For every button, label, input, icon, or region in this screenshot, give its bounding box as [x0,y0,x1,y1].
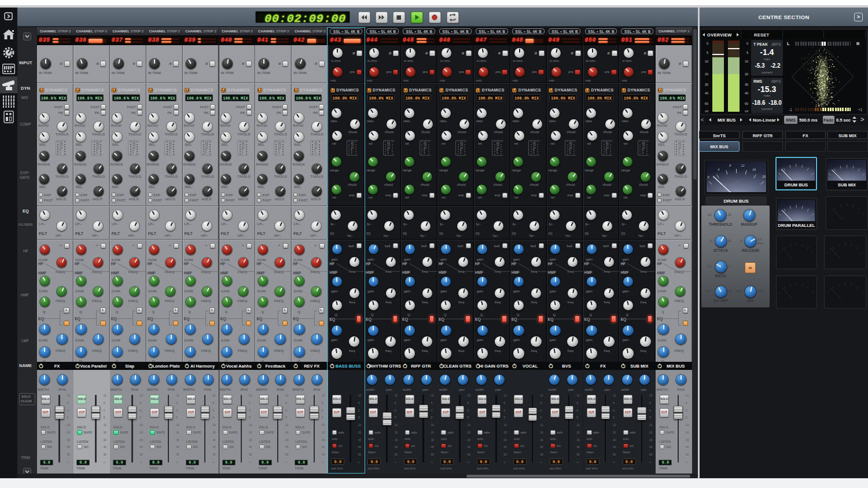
svg-text:dB COMPRESSION: dB COMPRESSION [788,215,805,217]
svg-text:dB COMPRESSION: dB COMPRESSION [723,183,750,186]
svg-text:0: 0 [707,175,709,178]
svg-text:dB: dB [796,171,798,174]
svg-text:20: 20 [762,174,766,178]
svg-text:dB: dB [796,212,799,214]
svg-text:dB: dB [735,179,739,182]
svg-text:dB COMPRESSION: dB COMPRESSION [788,174,805,177]
svg-text:dB: dB [847,172,849,174]
svg-text:12: 12 [741,164,744,167]
svg-text:16: 16 [752,167,756,171]
svg-text:4: 4 [718,167,719,171]
svg-text:8: 8 [729,164,731,167]
svg-text:dB COMPRESSION: dB COMPRESSION [838,175,856,177]
